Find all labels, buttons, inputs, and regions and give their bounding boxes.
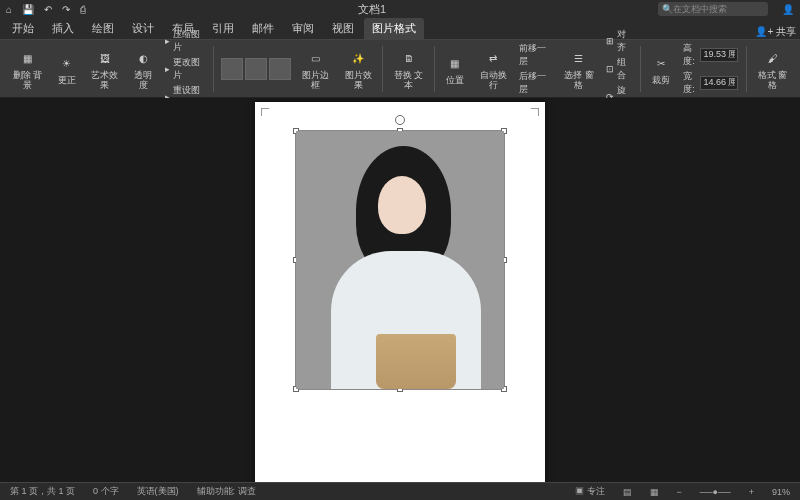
group-button[interactable]: ⊡ 组合 [606, 56, 632, 82]
align-button[interactable]: ⊞ 对齐 [606, 28, 632, 54]
bring-forward-button[interactable]: 前移一层 [519, 42, 551, 68]
selected-image[interactable] [295, 130, 505, 390]
tab-insert[interactable]: 插入 [44, 18, 82, 39]
send-backward-button[interactable]: 后移一层 [519, 70, 551, 96]
width-label: 宽度: [683, 70, 697, 96]
status-bar: 第 1 页，共 1 页 0 个字 英语(美国) 辅助功能: 调查 ▣ 专注 ▤ … [0, 482, 800, 500]
alt-text-button[interactable]: 🗎替换 文本 [387, 46, 430, 91]
picture-effects-button[interactable]: ✨图片效果 [338, 46, 378, 91]
page [255, 102, 545, 482]
change-picture-button[interactable]: ▸ 更改图片 [165, 56, 205, 82]
format-pane-button[interactable]: 🖌格式 窗格 [751, 46, 794, 91]
wrap-text-button[interactable]: ⇄自动换行 [473, 46, 513, 91]
margin-corner [261, 108, 269, 116]
menu-bar: 开始 插入 绘图 设计 布局 引用 邮件 审阅 视图 图片格式 👤+ 共享 [0, 18, 800, 40]
tab-references[interactable]: 引用 [204, 18, 242, 39]
tab-draw[interactable]: 绘图 [84, 18, 122, 39]
width-input[interactable] [700, 76, 738, 90]
zoom-out-icon[interactable]: − [673, 487, 686, 497]
save-icon[interactable]: 💾 [22, 4, 34, 15]
transparency-button[interactable]: ◐透明度 [127, 46, 159, 91]
view-print-icon[interactable]: ▤ [619, 487, 636, 497]
margin-corner [531, 108, 539, 116]
tab-review[interactable]: 审阅 [284, 18, 322, 39]
tab-view[interactable]: 视图 [324, 18, 362, 39]
tab-design[interactable]: 设计 [124, 18, 162, 39]
zoom-slider[interactable]: ──●── [696, 487, 735, 497]
tab-home[interactable]: 开始 [4, 18, 42, 39]
word-count[interactable]: 0 个字 [89, 485, 123, 498]
title-bar: ⌂ 💾 ↶ ↷ ⎙ 文档1 🔍 在文档中搜索 👤 [0, 0, 800, 18]
language-button[interactable]: 英语(美国) [133, 485, 183, 498]
ribbon: ▦删除 背景 ☀更正 🖼艺术效果 ◐透明度 ▸ 压缩图片 ▸ 更改图片 ▸ 重设… [0, 40, 800, 98]
photo-content [296, 131, 504, 389]
focus-mode-button[interactable]: ▣ 专注 [571, 485, 609, 498]
style-thumb[interactable] [245, 58, 267, 80]
compress-pictures-button[interactable]: ▸ 压缩图片 [165, 28, 205, 54]
style-thumb[interactable] [221, 58, 243, 80]
selection-pane-button[interactable]: ☰选择 窗格 [558, 46, 601, 91]
corrections-button[interactable]: ☀更正 [51, 51, 83, 86]
print-icon[interactable]: ⎙ [80, 4, 86, 15]
height-input[interactable] [700, 48, 738, 62]
zoom-in-icon[interactable]: + [745, 487, 758, 497]
crop-button[interactable]: ✂裁剪 [645, 51, 677, 86]
undo-icon[interactable]: ↶ [44, 4, 52, 15]
style-thumb[interactable] [269, 58, 291, 80]
view-web-icon[interactable]: ▦ [646, 487, 663, 497]
redo-icon[interactable]: ↷ [62, 4, 70, 15]
tab-mailings[interactable]: 邮件 [244, 18, 282, 39]
page-count[interactable]: 第 1 页，共 1 页 [6, 485, 79, 498]
rotate-handle[interactable] [395, 115, 405, 125]
tab-picture-format[interactable]: 图片格式 [364, 18, 424, 39]
artistic-effects-button[interactable]: 🖼艺术效果 [85, 46, 125, 91]
home-icon[interactable]: ⌂ [6, 4, 12, 15]
remove-bg-button[interactable]: ▦删除 背景 [6, 46, 49, 91]
share-button[interactable]: 👤+ 共享 [755, 25, 796, 39]
search-input[interactable]: 🔍 在文档中搜索 [658, 2, 768, 16]
zoom-level[interactable]: 91% [768, 487, 794, 497]
user-icon[interactable]: 👤 [782, 4, 794, 15]
picture-border-button[interactable]: ▭图片边框 [296, 46, 336, 91]
document-canvas[interactable] [0, 98, 800, 482]
position-button[interactable]: ▦位置 [439, 51, 471, 86]
document-title: 文档1 [94, 2, 650, 17]
accessibility-button[interactable]: 辅助功能: 调查 [193, 485, 260, 498]
quick-access: ⌂ 💾 ↶ ↷ ⎙ [6, 4, 86, 15]
picture-styles-gallery[interactable] [218, 58, 294, 80]
height-label: 高度: [683, 42, 697, 68]
